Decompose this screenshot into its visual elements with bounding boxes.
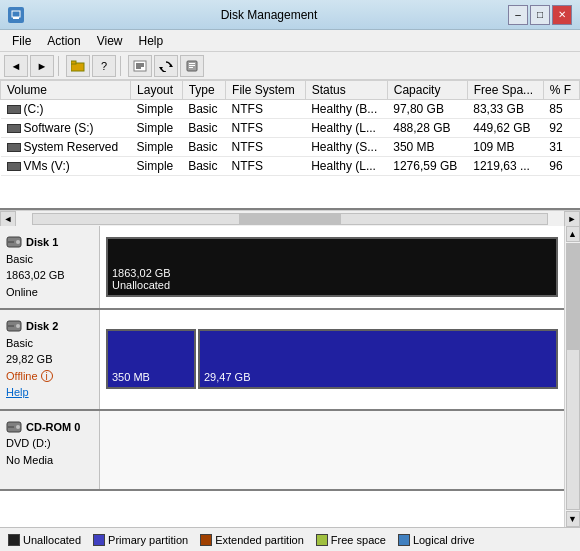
menu-help[interactable]: Help (131, 32, 172, 50)
close-button[interactable]: ✕ (552, 5, 572, 25)
legend-primary-label: Primary partition (108, 534, 188, 546)
partition-block[interactable]: 350 MB (106, 329, 196, 389)
col-capacity[interactable]: Capacity (387, 81, 467, 100)
refresh-button[interactable] (154, 55, 178, 77)
legend-unallocated: Unallocated (8, 534, 81, 546)
col-pct[interactable]: % F (543, 81, 579, 100)
settings-button[interactable] (180, 55, 204, 77)
disk-help-link[interactable]: Help (6, 386, 29, 398)
menu-action[interactable]: Action (39, 32, 88, 50)
disk-type: DVD (D:) (6, 435, 93, 452)
col-layout[interactable]: Layout (131, 81, 183, 100)
disk-name: Disk 1 (6, 234, 93, 251)
volume-table-area: Volume Layout Type File System Status Ca… (0, 80, 580, 210)
col-fs[interactable]: File System (226, 81, 306, 100)
col-status[interactable]: Status (305, 81, 387, 100)
cell-free: 449,62 GB (467, 119, 543, 138)
cell-layout: Simple (131, 100, 183, 119)
cell-type: Basic (182, 100, 225, 119)
cell-pct: 92 (543, 119, 579, 138)
scroll-track-v[interactable] (566, 243, 580, 510)
table-row[interactable]: VMs (V:) Simple Basic NTFS Healthy (L...… (1, 157, 580, 176)
cell-type: Basic (182, 119, 225, 138)
cell-capacity: 1276,59 GB (387, 157, 467, 176)
legend-unallocated-box (8, 534, 20, 546)
cell-capacity: 488,28 GB (387, 119, 467, 138)
legend: Unallocated Primary partition Extended p… (0, 527, 580, 551)
cell-fs: NTFS (226, 100, 306, 119)
forward-button[interactable]: ► (30, 55, 54, 77)
legend-unallocated-label: Unallocated (23, 534, 81, 546)
disk-view[interactable]: Disk 1Basic1863,02 GBOnline1863,02 GBUna… (0, 226, 564, 527)
folder-button[interactable] (66, 55, 90, 77)
disk-type: Basic (6, 335, 93, 352)
cell-volume: VMs (V:) (1, 157, 131, 176)
vertical-scrollbar[interactable]: ▲ ▼ (564, 226, 580, 527)
svg-rect-12 (189, 65, 195, 66)
cell-capacity: 97,80 GB (387, 100, 467, 119)
scroll-track[interactable] (32, 213, 548, 225)
legend-extended-box (200, 534, 212, 546)
menu-file[interactable]: File (4, 32, 39, 50)
horizontal-scrollbar[interactable]: ◄ ► (0, 210, 580, 226)
minimize-button[interactable]: – (508, 5, 528, 25)
cell-type: Basic (182, 138, 225, 157)
svg-rect-1 (13, 17, 19, 19)
properties-button[interactable] (128, 55, 152, 77)
disk-label: Disk 2Basic29,82 GBOffline iHelp (0, 310, 100, 409)
svg-point-21 (16, 425, 20, 429)
maximize-button[interactable]: □ (530, 5, 550, 25)
disk-size: 1863,02 GB (6, 267, 93, 284)
scroll-thumb-v[interactable] (567, 244, 579, 350)
cell-layout: Simple (131, 157, 183, 176)
part-label: 1863,02 GB (112, 267, 552, 279)
part-sublabel: Unallocated (112, 279, 552, 291)
disk-status: Offline i (6, 368, 93, 385)
partition-block[interactable]: 1863,02 GBUnallocated (106, 237, 558, 297)
table-row[interactable]: Software (S:) Simple Basic NTFS Healthy … (1, 119, 580, 138)
disk-partitions: 1863,02 GBUnallocated (100, 226, 564, 308)
disk-status: Online (6, 284, 93, 301)
window-title: Disk Management (30, 8, 508, 22)
cell-pct: 96 (543, 157, 579, 176)
disk-label: CD-ROM 0DVD (D:)No Media (0, 411, 100, 489)
cell-free: 109 MB (467, 138, 543, 157)
svg-rect-0 (12, 11, 20, 17)
scroll-down-btn[interactable]: ▼ (566, 511, 580, 527)
svg-rect-13 (189, 67, 193, 68)
table-row[interactable]: (C:) Simple Basic NTFS Healthy (B... 97,… (1, 100, 580, 119)
cell-fs: NTFS (226, 119, 306, 138)
svg-rect-3 (71, 61, 76, 64)
cell-volume: System Reserved (1, 138, 131, 157)
disk-panel: Disk 2Basic29,82 GBOffline iHelp350 MB29… (0, 310, 564, 411)
disk-size: 29,82 GB (6, 351, 93, 368)
volume-table: Volume Layout Type File System Status Ca… (0, 80, 580, 176)
col-volume[interactable]: Volume (1, 81, 131, 100)
disk-type: Basic (6, 251, 93, 268)
back-button[interactable]: ◄ (4, 55, 28, 77)
scroll-right-btn[interactable]: ► (564, 211, 580, 227)
disk-panel: CD-ROM 0DVD (D:)No Media (0, 411, 564, 491)
menu-bar: File Action View Help (0, 30, 580, 52)
cell-volume: (C:) (1, 100, 131, 119)
legend-free-label: Free space (331, 534, 386, 546)
legend-free: Free space (316, 534, 386, 546)
svg-point-18 (16, 324, 20, 328)
cell-pct: 31 (543, 138, 579, 157)
cell-volume: Software (S:) (1, 119, 131, 138)
col-type[interactable]: Type (182, 81, 225, 100)
cell-free: 83,33 GB (467, 100, 543, 119)
scroll-left-btn[interactable]: ◄ (0, 211, 16, 227)
table-row[interactable]: System Reserved Simple Basic NTFS Health… (1, 138, 580, 157)
cell-free: 1219,63 ... (467, 157, 543, 176)
svg-rect-11 (189, 63, 195, 64)
partition-block[interactable]: 29,47 GB (198, 329, 558, 389)
scroll-up-btn[interactable]: ▲ (566, 226, 580, 242)
part-label: 350 MB (112, 371, 190, 383)
scroll-thumb[interactable] (239, 214, 342, 224)
cell-fs: NTFS (226, 157, 306, 176)
help-button[interactable]: ? (92, 55, 116, 77)
menu-view[interactable]: View (89, 32, 131, 50)
toolbar: ◄ ► ? (0, 52, 580, 80)
col-free[interactable]: Free Spa... (467, 81, 543, 100)
